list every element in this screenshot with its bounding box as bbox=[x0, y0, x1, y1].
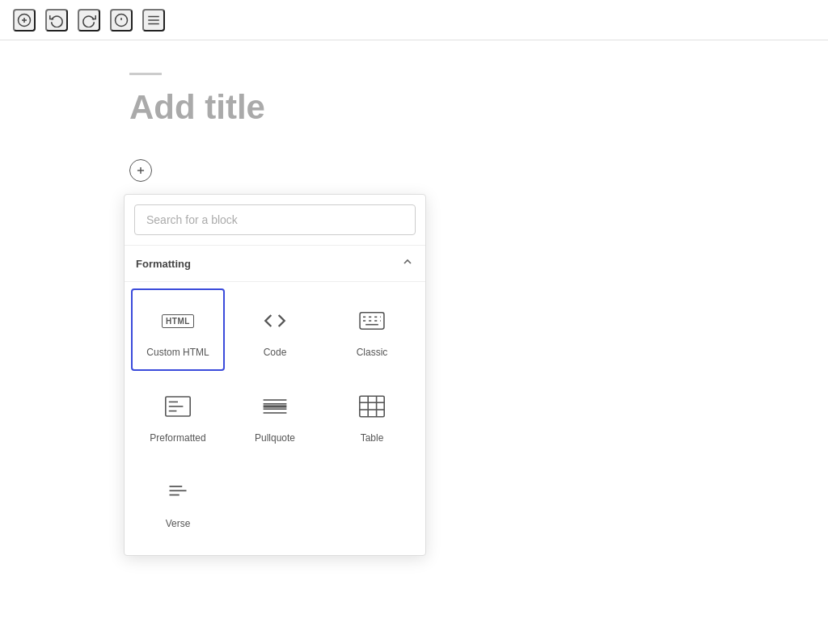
editor-area: Add title bbox=[0, 40, 828, 214]
block-label-table: Table bbox=[361, 432, 384, 444]
block-item-custom-html[interactable]: HTML Custom HTML bbox=[131, 288, 225, 371]
add-block-toolbar-button[interactable] bbox=[13, 9, 36, 32]
block-label-classic: Classic bbox=[357, 347, 388, 358]
svg-rect-30 bbox=[360, 396, 384, 417]
page-title[interactable]: Add title bbox=[129, 88, 699, 127]
search-container bbox=[125, 195, 425, 246]
block-label-preformatted: Preformatted bbox=[150, 432, 205, 444]
block-label-code: Code bbox=[264, 347, 287, 358]
block-label-verse: Verse bbox=[166, 518, 191, 529]
inserter-bottom bbox=[125, 549, 425, 555]
redo-button[interactable] bbox=[78, 9, 100, 32]
block-item-table[interactable]: Table bbox=[325, 374, 419, 457]
undo-button[interactable] bbox=[45, 9, 68, 32]
blocks-grid: HTML Custom HTML Code bbox=[125, 282, 425, 549]
block-item-pullquote[interactable]: Pullquote bbox=[228, 374, 322, 457]
add-block-inline-button[interactable] bbox=[129, 159, 152, 182]
section-header-formatting[interactable]: Formatting bbox=[125, 246, 425, 282]
chevron-up-icon bbox=[401, 255, 414, 271]
search-input[interactable] bbox=[134, 204, 416, 235]
toolbar bbox=[0, 0, 828, 40]
menu-button[interactable] bbox=[142, 9, 165, 32]
block-item-code[interactable]: Code bbox=[228, 288, 322, 371]
block-label-pullquote: Pullquote bbox=[255, 432, 295, 444]
html-icon: HTML bbox=[158, 301, 197, 340]
block-label-custom-html: Custom HTML bbox=[146, 347, 209, 358]
preformatted-icon bbox=[158, 387, 197, 426]
keyboard-icon bbox=[353, 301, 391, 340]
block-item-classic[interactable]: Classic bbox=[325, 288, 419, 371]
svg-rect-29 bbox=[264, 405, 287, 407]
code-icon bbox=[256, 301, 294, 340]
block-item-preformatted[interactable]: Preformatted bbox=[131, 374, 225, 457]
section-label: Formatting bbox=[136, 258, 191, 270]
info-button[interactable] bbox=[110, 9, 133, 32]
block-item-verse[interactable]: Verse bbox=[131, 460, 225, 542]
block-inserter-popup: Formatting HTML Custom HTML Code bbox=[124, 194, 426, 556]
table-icon bbox=[353, 387, 391, 426]
title-divider bbox=[129, 73, 162, 75]
pullquote-icon bbox=[256, 387, 294, 426]
verse-icon bbox=[158, 473, 197, 511]
